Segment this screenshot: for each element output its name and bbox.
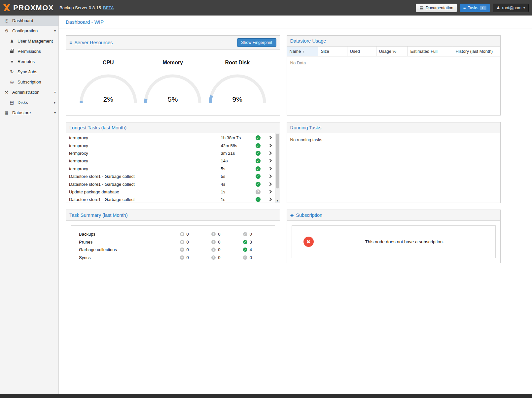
proxmox-logo: PROXMOX [3, 4, 59, 12]
sidebar-item-permissions[interactable]: Permissions [0, 46, 58, 56]
page-header: Dashboard - WIP [59, 16, 532, 28]
user-label: root@pam [502, 6, 521, 10]
sidebar: ◴ Dashboard ⚙ Configuration ▾ ♟ User Man… [0, 16, 59, 394]
chevron-right-icon[interactable] [266, 197, 275, 202]
collapse-arrow-icon[interactable]: ▾ [54, 29, 56, 33]
task-row[interactable]: termproxy 5s [66, 165, 275, 173]
datastore-usage-columns: Name ↑ Size Used Usage % Estimated Full … [287, 47, 501, 56]
warning-status-icon [211, 255, 216, 260]
task-status-icon [256, 197, 261, 202]
ok-status-icon [243, 232, 247, 236]
scrollbar-thumb[interactable] [276, 134, 279, 188]
subscription-body: ✖ This node does not have a subscription… [287, 221, 501, 263]
lock-icon [9, 49, 15, 54]
sort-asc-icon: ↑ [302, 50, 304, 53]
collapse-arrow-icon[interactable]: ▾ [54, 90, 56, 94]
task-row[interactable]: Datastore store1 - Garbage collect 5s [66, 173, 275, 180]
task-status-icon [256, 135, 261, 140]
ok-status-icon [243, 248, 247, 252]
error-status-icon [180, 248, 184, 252]
column-header-estimated-full[interactable]: Estimated Full [408, 47, 453, 56]
task-row[interactable]: termproxy 14s [66, 157, 275, 165]
root-disk-gauge: Root Disk 9% [205, 55, 270, 104]
sidebar-item-datastore[interactable]: ▦ Datastore ▾ [0, 108, 58, 118]
column-header-size[interactable]: Size [318, 47, 347, 56]
expand-arrow-icon[interactable]: ▸ [54, 101, 56, 104]
sidebar-item-administration[interactable]: ⚒ Administration ▾ [0, 87, 58, 97]
support-icon: ◎ [9, 80, 15, 84]
task-summary-row[interactable]: Backups 0 0 0 [71, 230, 275, 238]
chevron-down-icon: ▾ [523, 6, 525, 10]
task-row[interactable]: Datastore store1 - Garbage collect 4s [66, 180, 275, 188]
task-row[interactable]: Update package database 1s [66, 188, 275, 196]
sidebar-label: Configuration [12, 28, 38, 33]
sidebar-label: Dashboard [12, 18, 33, 23]
topbar-actions: ▤ Documentation ≡ Tasks 0 ♟ root@pam ▾ [416, 4, 529, 12]
column-header-history[interactable]: History (last Month) [453, 47, 501, 56]
no-running-tasks-text: No running tasks [287, 133, 501, 146]
chevron-right-icon[interactable] [266, 189, 275, 195]
content-area: Dashboard - WIP ≡ Server Resources Show … [59, 16, 532, 394]
user-menu-button[interactable]: ♟ root@pam ▾ [493, 4, 529, 12]
task-summary-row[interactable]: Garbage collections 0 0 4 [71, 246, 275, 254]
subscription-header: ◈ Subscription [287, 210, 501, 221]
task-summary-body: Backups 0 0 0 Prunes 0 0 3 [66, 221, 280, 263]
sidebar-item-disks[interactable]: ▤ Disks ▸ [0, 97, 58, 108]
gauge-value: 2% [78, 95, 139, 103]
beta-link[interactable]: BETA [103, 6, 114, 10]
error-status-icon [180, 255, 184, 260]
cpu-gauge: CPU 2% [76, 55, 141, 104]
chevron-right-icon[interactable] [266, 174, 275, 179]
task-summary-panel: Task Summary (last Month) Backups 0 0 0 [66, 210, 280, 263]
ok-status-icon [243, 240, 247, 244]
show-fingerprint-button[interactable]: Show Fingerprint [237, 38, 276, 47]
sidebar-item-remotes[interactable]: ≡ Remotes [0, 56, 58, 67]
chevron-right-icon[interactable] [266, 166, 275, 172]
running-tasks-panel: Running Tasks No running tasks [287, 122, 501, 203]
column-header-used[interactable]: Used [347, 47, 376, 56]
chevron-right-icon[interactable] [266, 143, 275, 149]
hdd-icon: ▤ [9, 100, 15, 105]
task-row[interactable]: termproxy 42m 58s [66, 142, 275, 149]
task-row[interactable]: Datastore store1 - Garbage collect 1s [66, 196, 275, 203]
task-status-icon [256, 182, 261, 187]
sidebar-item-subscription[interactable]: ◎ Subscription [0, 77, 58, 87]
documentation-button[interactable]: ▤ Documentation [416, 4, 457, 12]
task-row[interactable]: termproxy 1h 38m 7s [66, 134, 275, 142]
gauge-value: 5% [142, 95, 203, 103]
wrench-icon: ⚒ [4, 90, 9, 95]
panel-title: Server Resources [74, 40, 113, 45]
scroll-down-icon[interactable]: ▼ [275, 199, 280, 202]
server-resources-header: ≡ Server Resources Show Fingerprint [66, 36, 280, 50]
task-status-icon [256, 166, 261, 171]
gauge-value: 9% [207, 95, 268, 103]
column-header-usage-pct[interactable]: Usage % [376, 47, 408, 56]
sidebar-item-dashboard[interactable]: ◴ Dashboard [0, 16, 58, 26]
server-resources-body: CPU 2% Memory [66, 50, 280, 115]
product-version: Backup Server 0.8-15 [59, 5, 101, 10]
chevron-right-icon[interactable] [266, 182, 275, 187]
chevron-right-icon[interactable] [266, 135, 275, 141]
gauge-label: Root Disk [205, 60, 270, 66]
column-header-name[interactable]: Name ↑ [287, 47, 318, 56]
chevron-right-icon[interactable] [266, 158, 275, 164]
tasks-button[interactable]: ≡ Tasks 0 [460, 4, 490, 12]
gears-icon: ⚙ [4, 28, 9, 33]
user-icon: ♟ [9, 39, 15, 44]
collapse-arrow-icon[interactable]: ▾ [54, 111, 56, 115]
app-window: PROXMOX Backup Server 0.8-15 BETA ▤ Docu… [0, 0, 532, 398]
sync-icon: ↻ [9, 69, 15, 74]
task-row[interactable]: termproxy 3m 21s [66, 149, 275, 157]
proxmox-x-icon [3, 4, 11, 11]
page-title: Dashboard - WIP [66, 19, 104, 25]
sidebar-item-user-management[interactable]: ♟ User Management [0, 36, 58, 46]
sidebar-item-configuration[interactable]: ⚙ Configuration ▾ [0, 26, 58, 36]
task-summary-row[interactable]: Syncs 0 0 0 [71, 254, 275, 262]
task-status-icon [256, 151, 261, 156]
sidebar-item-sync-jobs[interactable]: ↻ Sync Jobs [0, 67, 58, 77]
server-list-icon: ≡ [9, 59, 15, 64]
scrollbar[interactable]: ▼ [275, 133, 280, 203]
task-summary-row[interactable]: Prunes 0 0 3 [71, 238, 275, 246]
layers-icon: ≡ [69, 40, 72, 45]
chevron-right-icon[interactable] [266, 150, 275, 156]
